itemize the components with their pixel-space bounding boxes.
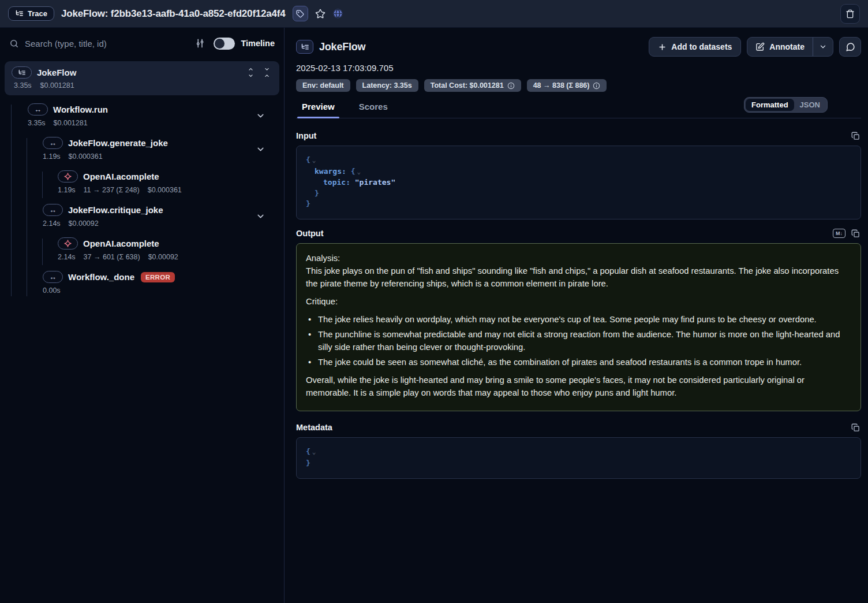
trace-list-tree-icon (296, 40, 313, 54)
metric-badge-label: Total Cost: $0.001281 (431, 81, 504, 90)
trace-metrics-badges: Env: defaultLatency: 3.35sTotal Cost: $0… (296, 79, 861, 92)
tree-item-tokens: 11 → 237 (Σ 248) (84, 186, 140, 194)
json-token: } (306, 459, 310, 467)
markdown-icon: M↓ (836, 230, 843, 236)
tree-item-tokens: 37 → 601 (Σ 638) (84, 253, 140, 261)
generation-icon (58, 170, 78, 183)
output-bullet-text: The joke could be seen as somewhat clich… (318, 356, 802, 368)
output-paragraph: Analysis: (306, 252, 851, 265)
tree-item-duration: 0.00s (43, 286, 61, 295)
output-paragraph: This joke plays on the pun of "fish and … (306, 265, 851, 290)
annotate-dropdown-button[interactable] (813, 38, 833, 56)
tree-item-jokeflow-generate-joke[interactable]: ↔JokeFlow.generate_joke1.19s$0.000361 (0, 137, 284, 161)
input-json-viewer: {⌄kwargs: {⌄topic: "pirates"}} (296, 146, 861, 219)
trace-title: JokeFlow: f2bb3e13-aafb-41a0-a852-efd20f… (61, 8, 286, 20)
json-token: { (306, 447, 310, 456)
metric-badge: Total Cost: $0.001281 (424, 79, 521, 92)
root-cost: $0.001281 (40, 81, 74, 90)
view-json-button[interactable]: JSON (794, 99, 826, 111)
metric-badge-label: Latency: 3.35s (362, 81, 412, 90)
chevron-down-icon (819, 43, 827, 51)
json-line: topic: "pirates" (306, 177, 851, 188)
tree-item-duration: 3.35s (28, 119, 46, 127)
metric-badge: 48 → 838 (Σ 886) (527, 79, 607, 92)
tree-item-label: JokeFlow.critique_joke (68, 205, 163, 215)
formatted-json-toggle: Formatted JSON (744, 97, 828, 113)
bullet-marker: • (306, 328, 318, 353)
output-bullet-text: The punchline is somewhat predictable an… (318, 328, 851, 353)
expand-all-button[interactable] (245, 67, 256, 78)
tab-preview[interactable]: Preview (301, 99, 336, 118)
tree-item-label: Workflow.run (53, 105, 108, 114)
delete-trace-button[interactable] (840, 4, 860, 24)
tree-item-jokeflow-critique-joke[interactable]: ↔JokeFlow.critique_joke2.14s$0.00092 (0, 204, 284, 228)
tag-button[interactable] (293, 6, 308, 21)
trace-timestamp: 2025-02-13 17:03:09.705 (296, 63, 861, 73)
globe-icon (332, 8, 343, 19)
copy-metadata-button[interactable] (851, 423, 860, 432)
tree-item-duration: 2.14s (58, 253, 76, 261)
output-bullet-item: •The punchline is somewhat predictable a… (306, 328, 851, 353)
metric-badge: Env: default (296, 79, 350, 92)
chevron-down-icon[interactable] (256, 211, 265, 221)
info-icon[interactable] (507, 82, 515, 90)
metric-badge: Latency: 3.35s (356, 79, 418, 92)
tree-item-openai-acomplete[interactable]: OpenAI.acomplete1.19s11 → 237 (Σ 248)$0.… (0, 170, 284, 194)
search-input[interactable] (25, 39, 189, 49)
fold-vertical-icon (263, 68, 271, 77)
json-token: { (306, 155, 310, 164)
copy-icon (851, 423, 860, 432)
chevron-down-icon[interactable] (256, 111, 265, 121)
markdown-toggle-button[interactable]: M↓ (833, 229, 845, 238)
add-to-datasets-label: Add to datasets (671, 42, 732, 51)
add-to-datasets-button[interactable]: Add to datasets (649, 37, 741, 57)
copy-input-button[interactable] (851, 132, 860, 140)
metric-badge-label: Env: default (302, 81, 344, 90)
collapse-chevron-icon[interactable]: ⌄ (312, 448, 316, 456)
timeline-toggle[interactable] (214, 38, 235, 50)
collapse-all-button[interactable] (261, 67, 272, 78)
json-token: kwargs: (315, 167, 351, 176)
status-badge-error: ERROR (141, 272, 175, 282)
copy-icon (851, 132, 860, 140)
collapse-chevron-icon[interactable]: ⌄ (312, 157, 316, 164)
json-line: } (306, 458, 851, 469)
trash-icon (845, 9, 855, 18)
span-icon: ↔ (43, 137, 63, 149)
input-section-label: Input (296, 131, 316, 140)
json-line: {⌄ (306, 155, 851, 166)
tree-item-duration: 1.19s (43, 152, 61, 161)
observation-tree: ↔Workflow.run3.35s$0.001281↔JokeFlow.gen… (0, 103, 284, 304)
tree-item-cost: $0.00092 (69, 219, 99, 228)
tree-item-workflow-run[interactable]: ↔Workflow.run3.35s$0.001281 (0, 103, 284, 127)
copy-output-button[interactable] (851, 229, 860, 238)
json-line: kwargs: {⌄ (306, 166, 851, 178)
collapse-chevron-icon[interactable]: ⌄ (357, 168, 361, 176)
tree-root-label: JokeFlow (37, 68, 76, 77)
metric-badge-label: 48 → 838 (Σ 886) (533, 81, 590, 90)
tree-item-cost: $0.000361 (148, 186, 182, 194)
timeline-toggle-label: Timeline (241, 39, 275, 48)
plus-icon (658, 43, 667, 51)
annotate-split-button: Annotate (747, 37, 833, 57)
annotate-button[interactable]: Annotate (747, 38, 813, 56)
sliders-icon (195, 38, 205, 49)
view-formatted-button[interactable]: Formatted (746, 99, 794, 111)
tree-root-item-jokeflow[interactable]: JokeFlow 3.35s $0.001281 (5, 61, 279, 95)
public-button[interactable] (332, 8, 343, 19)
output-markdown-viewer: Analysis:This joke plays on the pun of "… (296, 243, 861, 411)
tree-item-workflow-done[interactable]: ↔Workflow._doneERROR0.00s (0, 271, 284, 295)
star-button[interactable] (315, 9, 326, 19)
topbar: Trace JokeFlow: f2bb3e13-aafb-41a0-a852-… (0, 0, 868, 28)
tag-icon (296, 10, 304, 18)
chevron-down-icon[interactable] (256, 144, 265, 154)
tree-item-cost: $0.001281 (54, 119, 88, 127)
tree-item-openai-acomplete[interactable]: OpenAI.acomplete2.14s37 → 601 (Σ 638)$0.… (0, 237, 284, 261)
tab-scores[interactable]: Scores (358, 99, 389, 118)
json-token: } (306, 199, 310, 208)
filter-settings-button[interactable] (195, 38, 205, 49)
info-icon[interactable] (593, 82, 600, 90)
span-icon: ↔ (43, 204, 63, 216)
comments-button[interactable] (839, 37, 861, 57)
edit-square-icon (755, 42, 765, 51)
